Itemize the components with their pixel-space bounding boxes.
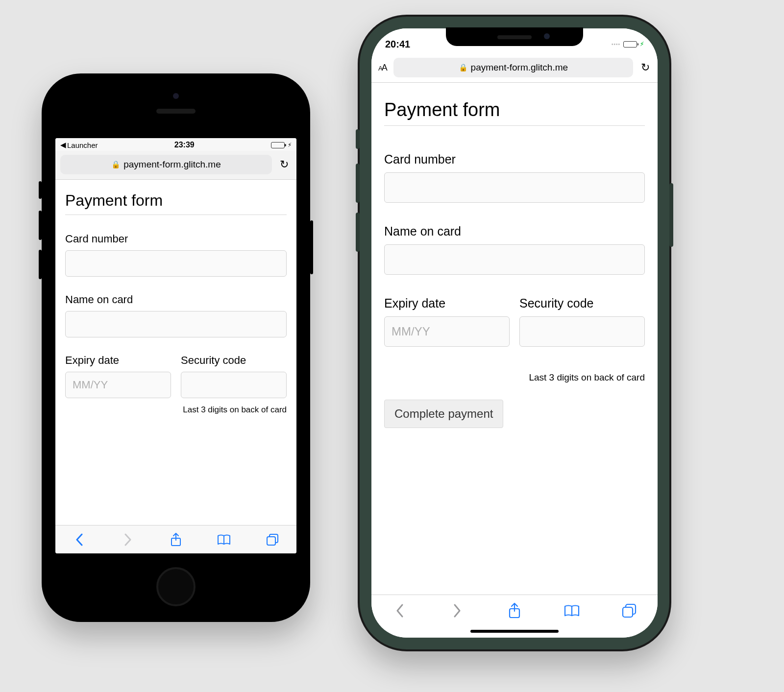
card-number-label: Card number	[65, 233, 287, 245]
expiry-input[interactable]	[65, 372, 171, 398]
safari-url-bar: 🔒 payment-form.glitch.me ↻	[55, 151, 296, 180]
volume-up	[39, 211, 42, 240]
chevron-left-icon: ◀	[60, 141, 66, 149]
status-time: 23:39	[174, 141, 195, 149]
page-title: Payment form	[65, 191, 287, 210]
share-icon	[170, 532, 182, 547]
forward-button[interactable]	[118, 533, 138, 546]
name-on-card-label: Name on card	[384, 224, 645, 239]
home-indicator[interactable]	[470, 630, 559, 633]
iphone8-device: ◀ Launcher 23:39 ⚡︎ 🔒 payment-form.glitc…	[42, 73, 310, 622]
svg-rect-5	[623, 607, 633, 617]
security-code-hint: Last 3 digits on back of card	[65, 405, 287, 415]
charging-icon: ⚡︎	[640, 41, 644, 48]
safari-url-bar: AA 🔒 payment-form.glitch.me ↻	[371, 54, 658, 83]
status-time: 20:41	[385, 39, 410, 50]
mute-switch	[356, 129, 360, 149]
back-app-label: Launcher	[67, 141, 98, 149]
url-field[interactable]: 🔒 payment-form.glitch.me	[60, 155, 272, 174]
share-button[interactable]	[505, 602, 524, 619]
power-button	[669, 183, 673, 247]
lock-icon: 🔒	[459, 63, 468, 72]
expiry-field: Expiry date	[65, 354, 171, 398]
status-bar: ◀ Launcher 23:39 ⚡︎	[55, 138, 296, 151]
front-camera	[173, 93, 179, 99]
iphone11-device: 20:41 •••• ⚡︎ AA 🔒 payment-form.glitch.m…	[358, 15, 671, 651]
home-button[interactable]	[156, 567, 196, 606]
name-on-card-input[interactable]	[384, 244, 645, 275]
reload-button[interactable]: ↻	[638, 61, 653, 74]
url-field[interactable]: 🔒 payment-form.glitch.me	[393, 58, 633, 77]
tabs-button[interactable]	[619, 603, 639, 618]
divider	[65, 215, 287, 215]
security-code-label: Security code	[181, 354, 287, 367]
back-button[interactable]	[70, 533, 89, 546]
name-on-card-label: Name on card	[65, 293, 287, 306]
safari-toolbar	[55, 525, 296, 553]
url-text: payment-form.glitch.me	[123, 159, 221, 170]
security-code-label: Security code	[519, 296, 645, 310]
volume-down	[39, 250, 42, 279]
earpiece-speaker	[156, 109, 196, 114]
screen: ◀ Launcher 23:39 ⚡︎ 🔒 payment-form.glitc…	[55, 138, 296, 553]
book-icon	[217, 534, 231, 546]
battery-icon	[271, 142, 285, 148]
name-on-card-field: Name on card	[65, 293, 287, 337]
url-text: payment-form.glitch.me	[471, 62, 568, 73]
back-button[interactable]	[390, 603, 410, 618]
lock-icon: 🔒	[111, 160, 121, 169]
complete-payment-button[interactable]: Complete payment	[384, 400, 503, 428]
security-code-field: Security code	[519, 296, 645, 347]
share-icon	[508, 602, 521, 619]
chevron-right-icon	[124, 533, 132, 546]
svg-rect-2	[267, 537, 275, 545]
signal-icon: ••••	[612, 42, 620, 47]
page-content: Payment form Card number Name on card Ex…	[371, 83, 658, 433]
tabs-icon	[622, 603, 637, 618]
name-on-card-field: Name on card	[384, 224, 645, 275]
bookmarks-button[interactable]	[562, 604, 582, 617]
security-code-input[interactable]	[519, 316, 645, 347]
notch	[446, 27, 583, 46]
security-code-hint: Last 3 digits on back of card	[384, 372, 645, 383]
share-button[interactable]	[166, 532, 186, 547]
bookmarks-button[interactable]	[214, 534, 234, 546]
card-number-field: Card number	[65, 233, 287, 277]
card-number-input[interactable]	[65, 250, 287, 277]
tabs-icon	[266, 533, 279, 546]
security-code-field: Security code	[181, 354, 287, 398]
card-number-input[interactable]	[384, 172, 645, 203]
book-icon	[564, 604, 580, 617]
chevron-left-icon	[395, 603, 404, 618]
security-code-input[interactable]	[181, 372, 287, 398]
chevron-left-icon	[75, 533, 83, 546]
volume-down	[356, 213, 360, 252]
tabs-button[interactable]	[263, 533, 282, 546]
charging-icon: ⚡︎	[288, 142, 292, 148]
card-number-field: Card number	[384, 152, 645, 203]
expiry-field: Expiry date	[384, 296, 510, 347]
reload-button[interactable]: ↻	[277, 158, 292, 171]
screen: 20:41 •••• ⚡︎ AA 🔒 payment-form.glitch.m…	[371, 28, 658, 638]
expiry-input[interactable]	[384, 316, 510, 347]
back-to-app[interactable]: ◀ Launcher	[60, 141, 98, 149]
volume-up	[356, 164, 360, 203]
expiry-label: Expiry date	[384, 296, 510, 310]
mute-switch	[39, 181, 42, 199]
page-content: Payment form Card number Name on card Ex…	[55, 180, 296, 420]
text-size-button[interactable]: AA	[376, 63, 389, 73]
power-button	[310, 220, 313, 274]
divider	[384, 125, 645, 126]
forward-button[interactable]	[447, 603, 467, 618]
battery-icon	[623, 41, 637, 48]
card-number-label: Card number	[384, 152, 645, 167]
name-on-card-input[interactable]	[65, 311, 287, 337]
page-title: Payment form	[384, 99, 645, 120]
expiry-label: Expiry date	[65, 354, 171, 367]
chevron-right-icon	[453, 603, 462, 618]
